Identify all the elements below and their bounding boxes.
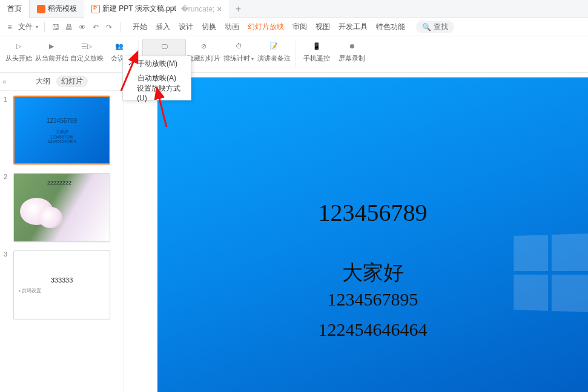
rehearse-label: 排练计时 — [223, 54, 250, 62]
collapse-sidebar-icon[interactable]: « — [2, 77, 7, 86]
menu-review[interactable]: 审阅 — [292, 22, 307, 32]
tab-document-label: 新建 PPT 演示文稿.ppt — [102, 4, 176, 14]
slide-text-3[interactable]: 1234567895 — [157, 289, 588, 310]
hide-slide-label: 隐藏幻灯片 — [187, 54, 220, 63]
screen-record-button[interactable]: ⏺屏幕录制 — [334, 39, 369, 63]
record-icon: ⏺ — [346, 40, 358, 52]
thumb-number: 3 — [4, 250, 7, 258]
print-preview-icon[interactable]: 👁 — [78, 22, 87, 32]
sidebar-tab-outline[interactable]: 大纲 — [36, 76, 50, 87]
title-tabs: 首页 稻壳模板 新建 PPT 演示文稿.ppt �runcate; × + — [0, 0, 588, 18]
print-icon[interactable]: 🖶 — [64, 22, 74, 32]
undo-icon[interactable]: ↶ — [91, 22, 101, 32]
thumb-wrap-3[interactable]: 3 333333 • 页码设置 — [13, 250, 117, 319]
template-icon — [37, 5, 45, 13]
sidebar-tabs: 大纲 幻灯片 — [0, 73, 124, 91]
file-label: 文件 — [18, 22, 33, 32]
save-icon[interactable]: 🖫 — [51, 22, 61, 32]
ribbon-separator — [295, 41, 296, 68]
screen-record-label: 屏幕录制 — [339, 54, 365, 63]
menu-devtools[interactable]: 开发工具 — [339, 22, 368, 32]
slide-text-1[interactable]: 123456789 — [157, 198, 588, 227]
thumb3-title: 333333 — [51, 276, 73, 284]
setup-show-dropdown: ✓手动放映(M) 自动放映(A) 设置放映方式(U) — [122, 56, 191, 100]
rehearse-button[interactable]: ⏱排练计时▾ — [221, 39, 256, 71]
menu-transition[interactable]: 切换 — [202, 22, 216, 32]
mobile-remote-label: 手机遥控 — [303, 54, 330, 63]
custom-show-icon: ☰▷ — [81, 40, 93, 52]
tab-templates-label: 稻壳模板 — [48, 4, 77, 14]
slide-thumbnail-1[interactable]: 123456789 大家好 1234567895 122454646464 — [13, 96, 110, 165]
thumb3-bullet: 页码设置 — [22, 288, 41, 293]
menu-animation[interactable]: 动画 — [225, 22, 239, 32]
custom-show-button[interactable]: ☰▷自定义放映 — [69, 39, 104, 63]
file-caret-icon: ▾ — [36, 24, 38, 30]
speaker-notes-label: 演讲者备注 — [257, 54, 291, 63]
tab-templates[interactable]: 稻壳模板 — [30, 0, 84, 18]
menu-design[interactable]: 设计 — [179, 22, 193, 32]
play-icon: ▷ — [13, 40, 25, 52]
slide-canvas-area: 123456789 大家好 1234567895 122454646464 — [124, 73, 588, 392]
thumb-number: 1 — [4, 96, 7, 103]
rehearse-caret-icon: ▾ — [251, 56, 254, 62]
current-slide[interactable]: 123456789 大家好 1234567895 122454646464 — [157, 77, 588, 392]
thumb1-line2: 大家好 — [56, 129, 68, 135]
speaker-notes-button[interactable]: 📝演讲者备注 — [256, 39, 291, 71]
slide-text-2[interactable]: 大家好 — [157, 259, 588, 287]
thumb1-line1: 123456789 — [47, 117, 77, 124]
check-icon: ✓ — [128, 60, 134, 68]
menu-special[interactable]: 特色功能 — [376, 22, 405, 32]
add-tab-button[interactable]: + — [229, 4, 247, 15]
from-current-label: 从当前开始 — [35, 54, 68, 63]
thumb2-text: 22222222 — [47, 180, 71, 186]
separator — [44, 22, 45, 32]
tab-document[interactable]: 新建 PPT 演示文稿.ppt �runcate; × — [84, 0, 229, 18]
sidebar-tab-slides[interactable]: 幻灯片 — [56, 76, 88, 87]
timer-icon: ⏱ — [233, 40, 245, 52]
setup-show-icon: 🖵 — [158, 41, 170, 53]
dropdown-manual-label: 手动放映(M) — [137, 59, 177, 69]
ribbon: ▷从头开始 ▶从当前开始 ☰▷自定义放映 👥会议▾ 🖵设置放映方式▾ ⊘隐藏幻灯… — [0, 36, 588, 73]
menu-icon[interactable]: ≡ — [5, 22, 15, 32]
tab-home-label: 首页 — [7, 4, 22, 14]
ppt-icon — [91, 5, 100, 13]
slide-sidebar: 大纲 幻灯片 1 123456789 大家好 1234567895 122454… — [0, 73, 124, 392]
tab-home[interactable]: 首页 — [0, 0, 30, 18]
dropdown-manual[interactable]: ✓手动放映(M) — [123, 56, 191, 71]
quick-access-bar: ≡ 文件▾ 🖫 🖶 👁 ↶ ↷ 开始 插入 设计 切换 动画 幻灯片放映 审阅 … — [0, 18, 588, 36]
mobile-remote-button[interactable]: 📱手机遥控 — [299, 39, 334, 63]
slide-text-4[interactable]: 122454646464 — [157, 319, 588, 340]
thumb-wrap-2[interactable]: 2 22222222 — [13, 173, 117, 242]
slide-thumbnail-2[interactable]: 22222222 — [13, 173, 110, 242]
dropdown-auto-label: 自动放映(A) — [137, 73, 176, 83]
redo-icon[interactable]: ↷ — [104, 22, 114, 32]
thumb-wrap-1[interactable]: 1 123456789 大家好 1234567895 122454646464 — [13, 96, 117, 165]
from-start-button[interactable]: ▷从头开始 — [4, 39, 34, 63]
dropdown-setup-label: 设置放映方式(U) — [137, 83, 186, 102]
menu-view[interactable]: 视图 — [315, 22, 330, 32]
thumb1-line3: 1234567895 — [50, 135, 74, 139]
from-current-button[interactable]: ▶从当前开始 — [34, 39, 69, 63]
close-tab-icon[interactable]: × — [217, 4, 222, 14]
separator — [120, 22, 121, 32]
hide-slide-icon: ⊘ — [197, 40, 210, 52]
meeting-icon: 👥 — [113, 40, 125, 52]
from-start-label: 从头开始 — [5, 54, 32, 63]
search-button[interactable]: 🔍 查找 — [416, 21, 454, 33]
search-label: 查找 — [434, 22, 448, 32]
menu-insert[interactable]: 插入 — [156, 22, 170, 32]
ribbon-tabs: 开始 插入 设计 切换 动画 幻灯片放映 审阅 视图 开发工具 特色功能 — [133, 22, 405, 32]
restore-icon[interactable]: �runcate; — [181, 5, 214, 13]
menu-slideshow[interactable]: 幻灯片放映 — [248, 22, 284, 32]
notes-icon: 📝 — [268, 40, 280, 52]
custom-show-label: 自定义放映 — [70, 54, 104, 63]
file-menu[interactable]: 文件▾ — [18, 22, 38, 32]
slide-thumbnail-3[interactable]: 333333 • 页码设置 — [13, 250, 110, 319]
thumb-number: 2 — [4, 173, 7, 180]
flower-decoration — [38, 207, 62, 228]
thumbnail-list: 1 123456789 大家好 1234567895 122454646464 … — [0, 91, 124, 392]
thumb1-line4: 122454646464 — [48, 139, 76, 143]
phone-icon: 📱 — [311, 40, 323, 52]
menu-start[interactable]: 开始 — [133, 22, 147, 32]
dropdown-setup[interactable]: 设置放映方式(U) — [123, 85, 191, 100]
